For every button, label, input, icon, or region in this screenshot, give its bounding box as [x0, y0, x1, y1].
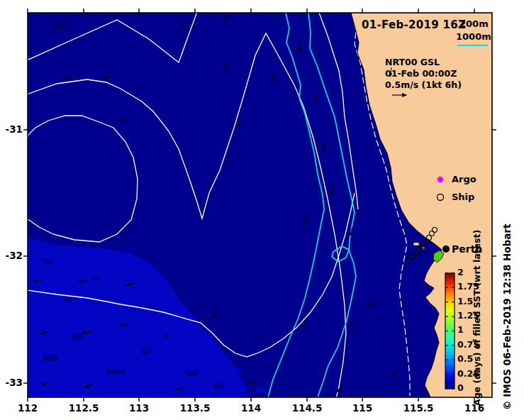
x-tick-label: 113.5 — [180, 403, 211, 414]
x-tick-label: 114 — [241, 403, 261, 414]
map-plot — [0, 0, 524, 420]
colorbar-tick-label: 2 — [457, 267, 464, 277]
colorbar-axis-label: Age (days) of filled SST (wrt latest) — [472, 230, 482, 406]
copyright-text: © IMOS 06-Feb-2019 12:38 Hobart — [502, 224, 513, 410]
colorbar-tick-label: 1.5 — [457, 297, 473, 306]
x-tick-label: 113 — [129, 403, 149, 414]
x-tick-label: 112.5 — [69, 403, 99, 414]
argo-legend-label: Argo — [452, 175, 476, 184]
x-tick-label: 114.5 — [292, 403, 323, 414]
colorbar-tick-label: 0.5 — [457, 354, 473, 364]
colorbar-tick-label: 0 — [457, 383, 464, 393]
x-tick-label: 115.5 — [403, 403, 434, 414]
map-title: 01-Feb-2019 16Z — [362, 19, 466, 31]
x-tick-label: 112 — [18, 403, 38, 414]
y-tick-label: -32 — [0, 250, 23, 261]
perth-city-marker — [442, 245, 450, 253]
depth-legend-200m-label: 200m — [459, 19, 489, 29]
model-info-line2: 01-Feb 00:00Z — [385, 69, 457, 79]
model-info-line1: NRT00 GSL — [385, 57, 440, 67]
y-tick-label: -31 — [0, 124, 23, 135]
depth-legend-1000m-label: 1000m — [456, 32, 491, 42]
model-info-line3: 0.5m/s (1kt 6h) — [385, 80, 462, 90]
ship-legend-label: Ship — [452, 192, 474, 202]
x-tick-label: 115 — [352, 403, 372, 414]
colorbar — [445, 273, 455, 389]
sst-age-map-figure: 01-Feb-2019 16Z 200m 1000m NRT00 GSL 01-… — [0, 0, 524, 420]
y-tick-label: -33 — [0, 377, 23, 388]
colorbar-tick-label: 1 — [457, 325, 464, 335]
rottnest-island — [413, 243, 420, 246]
